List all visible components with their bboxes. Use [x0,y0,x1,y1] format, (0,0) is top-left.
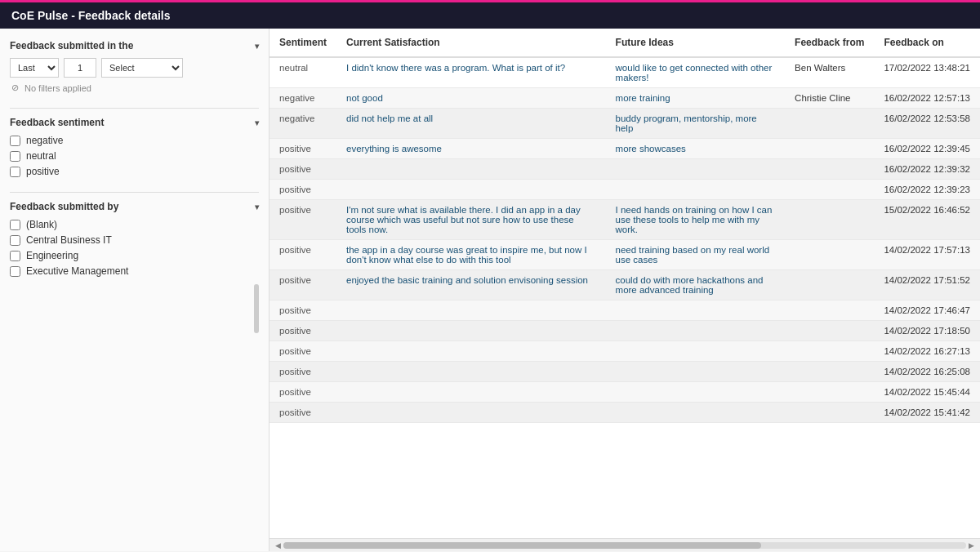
cell-future-ideas: I need hands on training on how I can us… [606,200,786,240]
cell-future-ideas: need training based on my real world use… [606,240,786,270]
cell-sentiment: positive [270,159,336,180]
table-row: positiveI'm not sure what is available t… [270,200,980,240]
scroll-indicator [254,284,259,333]
sentiment-negative: negative [10,135,259,146]
cell-current-satisfaction: enjoyed the basic training and solution … [336,270,606,300]
cell-feedback-from [785,270,874,300]
cell-feedback-from: Christie Cline [785,88,874,109]
future-ideas-text: more showcases [616,144,686,154]
cell-future-ideas: more training [606,88,786,109]
no-filters-label: No filters applied [24,83,91,93]
cell-future-ideas [606,341,786,362]
cell-feedback-from: Ben Walters [785,57,874,88]
feedback-sentiment-section: Feedback sentiment ▾ negative neutral po… [10,117,259,177]
submitted-by-exec-checkbox[interactable] [10,266,20,277]
sentiment-negative-checkbox[interactable] [10,136,20,146]
cell-feedback-from [785,139,874,159]
cell-feedback-on: 16/02/2022 12:57:13 [874,88,980,109]
scroll-right-arrow[interactable]: ▶ [966,541,977,550]
sentiment-positive-checkbox[interactable] [10,167,20,177]
cell-feedback-on: 14/02/2022 15:41:42 [874,403,980,423]
cell-sentiment: positive [270,403,336,423]
table-row: positive14/02/2022 17:18:50 [270,321,980,341]
submitted-by-blank: (Blank) [10,219,259,230]
cell-current-satisfaction: not good [336,88,606,109]
cell-sentiment: positive [270,139,336,159]
submitted-by-list: (Blank) Central Business IT Engineering … [10,219,259,281]
table-row: neutralI didn't know there was a program… [270,57,980,88]
sentiment-neutral-checkbox[interactable] [10,151,20,162]
horizontal-scrollbar[interactable]: ◀ ▶ [270,538,980,551]
submitted-by-central-checkbox[interactable] [10,235,20,246]
cell-future-ideas [606,382,786,403]
table-row: positive16/02/2022 12:39:23 [270,180,980,200]
left-panel: Feedback submitted in the ▾ Last Select … [0,29,270,551]
divider-2 [10,192,259,193]
period-select[interactable]: Select [101,58,183,78]
cell-feedback-on: 16/02/2022 12:39:45 [874,139,980,159]
future-ideas-text: buddy program, mentorship, more help [616,114,757,133]
cell-current-satisfaction: the app in a day course was great to ins… [336,240,606,270]
cell-sentiment: positive [270,200,336,240]
cell-sentiment: positive [270,382,336,403]
cell-sentiment: positive [270,240,336,270]
no-filters-row: ⊘ No filters applied [10,82,259,93]
cell-current-satisfaction [336,403,606,423]
cell-current-satisfaction: did not help me at all [336,109,606,139]
table-container[interactable]: Sentiment Current Satisfaction Future Id… [270,29,980,538]
feedback-sentiment-header[interactable]: Feedback sentiment ▾ [10,117,259,128]
satisfaction-text: I didn't know there was a program. What … [346,63,565,73]
cell-future-ideas [606,362,786,382]
cell-feedback-on: 15/02/2022 16:46:52 [874,200,980,240]
future-ideas-text: I need hands on training on how I can us… [616,205,773,234]
last-number-input[interactable] [64,58,96,78]
chevron-down-icon: ▾ [255,42,259,51]
cell-sentiment: negative [270,88,336,109]
col-current-satisfaction: Current Satisfaction [336,29,606,57]
feedback-submitted-by-header[interactable]: Feedback submitted by ▾ [10,201,259,212]
col-future-ideas: Future Ideas [606,29,786,57]
table-row: positiveeverything is awesomemore showca… [270,139,980,159]
sentiment-positive-label: positive [26,166,60,177]
table-header-row: Sentiment Current Satisfaction Future Id… [270,29,980,57]
cell-future-ideas [606,300,786,321]
last-select[interactable]: Last [10,58,59,78]
future-ideas-text: need training based on my real world use… [616,245,770,265]
cell-sentiment: positive [270,321,336,341]
cell-current-satisfaction: I'm not sure what is available there. I … [336,200,606,240]
feedback-submitted-by-section: Feedback submitted by ▾ (Blank) Central … [10,201,259,281]
satisfaction-text: enjoyed the basic training and solution … [346,275,588,285]
submitted-by-engineering-checkbox[interactable] [10,251,20,261]
cell-future-ideas: buddy program, mentorship, more help [606,109,786,139]
filter-icon: ⊘ [10,82,20,93]
feedback-submitted-in-header[interactable]: Feedback submitted in the ▾ [10,40,259,51]
feedback-submitted-by-label: Feedback submitted by [10,201,118,212]
table-row: positive14/02/2022 16:27:13 [270,341,980,362]
submitted-by-engineering: Engineering [10,250,259,261]
cell-sentiment: positive [270,341,336,362]
scrollbar-track [283,542,966,549]
cell-future-ideas [606,180,786,200]
cell-feedback-from [785,200,874,240]
cell-feedback-from [785,321,874,341]
table-row: positive14/02/2022 15:45:44 [270,382,980,403]
future-ideas-text: more training [616,93,670,103]
title-bar: CoE Pulse - Feedback details [0,0,980,29]
cell-feedback-on: 14/02/2022 17:46:47 [874,300,980,321]
satisfaction-text: not good [346,93,383,103]
submitted-by-exec: Executive Management [10,265,259,277]
col-feedback-on: Feedback on [874,29,980,57]
cell-future-ideas: could do with more hackathons and more a… [606,270,786,300]
cell-current-satisfaction [336,362,606,382]
scroll-left-arrow[interactable]: ◀ [273,541,283,550]
sentiment-neutral-label: neutral [26,150,56,162]
cell-future-ideas [606,403,786,423]
cell-sentiment: neutral [270,57,336,88]
table-row: positive14/02/2022 17:46:47 [270,300,980,321]
cell-feedback-from [785,341,874,362]
cell-feedback-from [785,159,874,180]
submitted-by-blank-checkbox[interactable] [10,220,20,230]
cell-current-satisfaction [336,180,606,200]
feedback-submitted-in-row: Last Select [10,58,259,78]
cell-feedback-from [785,180,874,200]
